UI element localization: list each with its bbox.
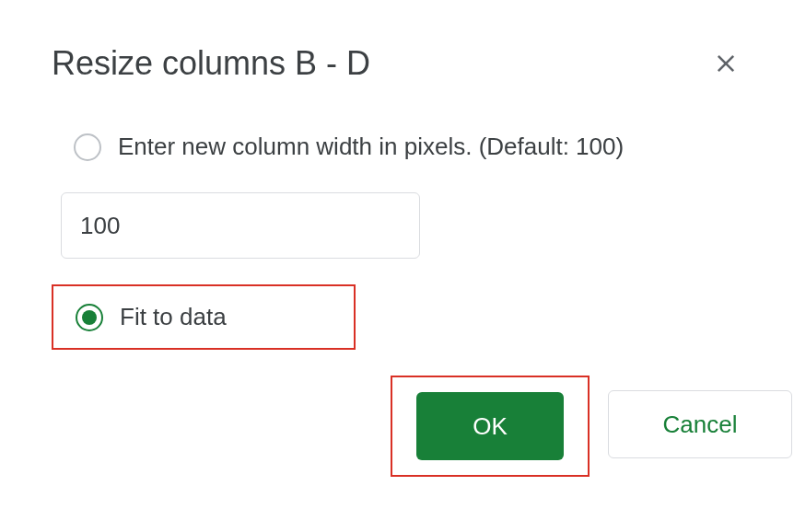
dialog-buttons: OK Cancel [391, 376, 742, 477]
ok-button[interactable]: OK [416, 392, 564, 460]
close-button[interactable] [709, 47, 742, 80]
option-enter-width[interactable]: Enter new column width in pixels. (Defau… [52, 127, 742, 167]
option-fit-to-data[interactable]: Fit to data [52, 284, 356, 350]
cancel-button[interactable]: Cancel [608, 390, 792, 458]
width-input-wrap [61, 192, 742, 259]
ok-button-highlight: OK [391, 376, 590, 477]
option-enter-width-label: Enter new column width in pixels. (Defau… [118, 133, 624, 161]
resize-columns-dialog: Resize columns B - D Enter new column wi… [0, 0, 794, 521]
option-fit-to-data-label: Fit to data [120, 303, 227, 331]
radio-enter-width[interactable] [74, 133, 101, 161]
column-width-input[interactable] [61, 192, 420, 259]
dialog-title: Resize columns B - D [52, 44, 370, 83]
close-icon [713, 51, 739, 76]
radio-fit-to-data[interactable] [76, 304, 103, 331]
dialog-header: Resize columns B - D [52, 44, 742, 83]
